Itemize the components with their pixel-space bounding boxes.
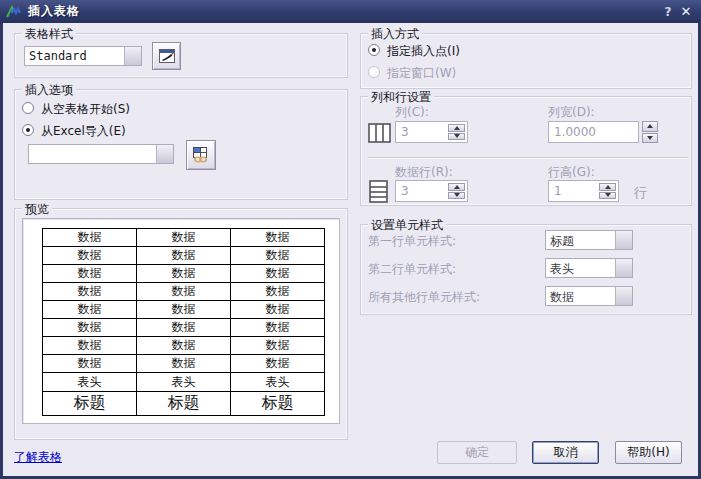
radio-import-from-excel-label[interactable]: 从Excel导入(E) — [41, 123, 126, 140]
close-button[interactable]: ✕ — [677, 4, 695, 19]
preview-table-row: 数据数据数据 — [43, 229, 325, 247]
radio-specify-window[interactable] — [368, 66, 380, 78]
preview-table-cell: 数据 — [231, 247, 325, 265]
other-rows-style-select[interactable]: 数据 — [545, 286, 633, 306]
row-height-unit-label: 行 — [634, 184, 647, 202]
down-arrow-icon — [454, 193, 460, 197]
preview-table-cell: 数据 — [43, 265, 137, 283]
table-style-select[interactable]: Standard — [24, 46, 142, 66]
cancel-button[interactable]: 取消 — [532, 441, 599, 464]
help-titlebar-button[interactable]: ? — [659, 5, 677, 19]
preview-table-row: 数据数据数据 — [43, 283, 325, 301]
cell-styles-group-label: 设置单元样式 — [368, 217, 446, 234]
preview-table: 数据数据数据数据数据数据数据数据数据数据数据数据数据数据数据数据数据数据数据数据… — [42, 228, 325, 416]
preview-table-cell: 数据 — [43, 337, 137, 355]
radio-specify-insertion-point-label[interactable]: 指定插入点(I) — [387, 43, 460, 60]
radio-specify-window-label: 指定窗口(W) — [387, 65, 456, 82]
insertion-behavior-group-label: 插入方式 — [368, 26, 422, 43]
other-rows-style-label: 所有其他行单元样式: — [368, 289, 480, 306]
excel-data-link-button[interactable] — [186, 140, 216, 170]
preview-table-cell: 表头 — [43, 373, 137, 392]
radio-start-empty-table-label[interactable]: 从空表格开始(S) — [41, 101, 130, 118]
preview-table-row: 数据数据数据 — [43, 247, 325, 265]
preview-table-row: 数据数据数据 — [43, 337, 325, 355]
titlebar[interactable]: 插入表格 ? ✕ — [0, 0, 701, 23]
preview-table-cell: 数据 — [231, 337, 325, 355]
preview-table-cell: 数据 — [231, 283, 325, 301]
col-width-spin-up-button[interactable] — [642, 121, 658, 132]
data-rows-label: 数据行(R): — [395, 164, 453, 181]
dialog-title: 插入表格 — [28, 3, 659, 20]
radio-start-empty-table[interactable] — [22, 102, 34, 114]
excel-sheet-select[interactable] — [28, 144, 174, 164]
row-height-value: 1 — [554, 184, 562, 198]
preview-table-cell: 数据 — [43, 247, 137, 265]
columns-spin-up-button[interactable] — [448, 124, 465, 132]
row-height-spin-up-button[interactable] — [599, 183, 616, 191]
second-row-style-value: 表头 — [546, 259, 615, 277]
data-rows-spin-up-button[interactable] — [448, 183, 465, 191]
first-row-style-dropdown-button[interactable] — [615, 231, 632, 249]
help-button[interactable]: 帮助(H) — [615, 441, 682, 464]
ok-button[interactable]: 确定 — [437, 441, 517, 464]
excel-sheet-value — [29, 145, 156, 163]
down-arrow-icon — [647, 136, 653, 140]
insert-table-dialog: 插入表格 ? ✕ 表格样式 Standard 插入选项 从空表格开始(S) 从E — [0, 0, 701, 479]
preview-table-cell: 数据 — [137, 265, 231, 283]
preview-table-row: 标题标题标题 — [43, 392, 325, 416]
up-arrow-icon — [454, 126, 460, 130]
preview-table-cell: 数据 — [231, 229, 325, 247]
preview-table-cell: 数据 — [43, 301, 137, 319]
col-width-input[interactable]: 1.0000 — [548, 121, 639, 143]
preview-table-row: 数据数据数据 — [43, 301, 325, 319]
preview-table-cell: 数据 — [43, 229, 137, 247]
row-height-spin-down-button[interactable] — [599, 192, 616, 200]
second-row-style-label: 第二行单元样式: — [368, 261, 456, 278]
table-style-edit-icon — [159, 49, 175, 63]
preview-table-cell: 数据 — [137, 247, 231, 265]
preview-table-cell: 标题 — [43, 392, 137, 416]
other-rows-style-dropdown-button[interactable] — [615, 287, 632, 305]
columns-spinner[interactable]: 3 — [395, 121, 468, 143]
column-row-divider — [368, 157, 688, 158]
preview-table-cell: 数据 — [137, 319, 231, 337]
preview-table-row: 数据数据数据 — [43, 355, 325, 373]
excel-sheet-dropdown-button[interactable] — [156, 145, 173, 163]
data-rows-spinner[interactable]: 3 — [395, 180, 468, 202]
up-arrow-icon — [605, 185, 611, 189]
data-rows-value: 3 — [401, 184, 409, 198]
preview-table-cell: 数据 — [231, 319, 325, 337]
preview-table-cell: 数据 — [43, 319, 137, 337]
preview-table-cell: 数据 — [137, 283, 231, 301]
down-arrow-icon — [605, 193, 611, 197]
table-style-group-label: 表格样式 — [22, 26, 76, 43]
preview-table-cell: 表头 — [137, 373, 231, 392]
preview-table-cell: 标题 — [231, 392, 325, 416]
preview-table-cell: 数据 — [137, 301, 231, 319]
radio-specify-insertion-point[interactable] — [368, 44, 380, 56]
preview-group-label: 预览 — [22, 201, 52, 218]
columns-label: 列(C): — [395, 104, 429, 121]
preview-table-cell: 数据 — [137, 337, 231, 355]
columns-spin-down-button[interactable] — [448, 133, 465, 141]
second-row-style-select[interactable]: 表头 — [545, 258, 633, 278]
preview-table-row: 表头表头表头 — [43, 373, 325, 392]
preview-table-row: 数据数据数据 — [43, 319, 325, 337]
data-rows-spin-down-button[interactable] — [448, 192, 465, 200]
preview-table-cell: 数据 — [43, 355, 137, 373]
first-row-style-select[interactable]: 标题 — [545, 230, 633, 250]
radio-import-from-excel[interactable] — [22, 124, 34, 136]
excel-data-link-icon — [192, 146, 210, 164]
insert-options-group-label: 插入选项 — [22, 82, 76, 99]
second-row-style-dropdown-button[interactable] — [615, 259, 632, 277]
table-style-dropdown-button[interactable] — [124, 47, 141, 65]
learn-about-tables-link[interactable]: 了解表格 — [14, 449, 62, 466]
up-arrow-icon — [454, 185, 460, 189]
col-width-spin-down-button[interactable] — [642, 133, 658, 144]
launch-table-style-dialog-button[interactable] — [152, 42, 181, 70]
up-arrow-icon — [647, 124, 653, 128]
row-height-spinner[interactable]: 1 — [548, 180, 619, 202]
autocad-app-icon — [6, 4, 22, 20]
preview-table-cell: 表头 — [231, 373, 325, 392]
col-width-value: 1.0000 — [554, 125, 596, 139]
